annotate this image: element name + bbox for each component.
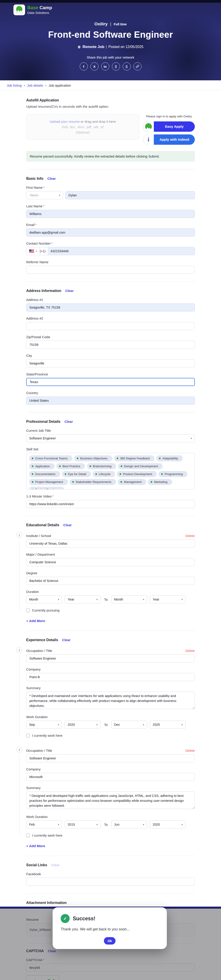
professional-clear-link[interactable]: Clear <box>65 420 73 423</box>
referrer-name-input[interactable] <box>26 266 195 274</box>
edu-from-year-select[interactable]: Year▾ <box>65 595 101 603</box>
exp1-from-year-select[interactable]: 2020▾ <box>65 721 101 729</box>
exp1-to-year-select[interactable]: 2025▾ <box>150 721 186 729</box>
education-add-more[interactable]: + Add More <box>26 619 195 623</box>
copy-link-icon[interactable] <box>133 62 142 70</box>
professional-section: Professional Details Clear Current Job T… <box>26 420 195 508</box>
exp2-to-year-select[interactable]: 2020▾ <box>150 821 186 829</box>
skill-dot-icon <box>121 465 122 467</box>
social-links-clear-link: Clear <box>51 863 60 867</box>
degree-input[interactable] <box>26 577 195 585</box>
address1-input[interactable] <box>26 304 195 312</box>
edu-from-month-select[interactable]: Month▾ <box>26 595 62 603</box>
dial-code: (+1) <box>40 247 48 255</box>
skill-tag: Marketing <box>148 479 172 485</box>
country-code-select[interactable]: ▾ <box>27 247 40 255</box>
exp2-from-month-select[interactable]: Feb▾ <box>26 821 62 829</box>
first-name-input[interactable] <box>65 191 195 199</box>
x-share-icon[interactable]: X <box>90 62 98 70</box>
summary-textarea-1[interactable]: * Developed and maintained user interfac… <box>26 692 195 709</box>
apply-with-indeed-button[interactable]: i Apply with Indeed <box>143 134 195 145</box>
education-clear-link[interactable]: Clear <box>63 523 72 527</box>
experience-heading: Experience Details <box>26 638 58 642</box>
experience-add-more[interactable]: + Add More <box>26 844 195 848</box>
skill-tag: 360 Degree Feedback <box>114 455 155 461</box>
occupation-input-1[interactable] <box>26 654 195 662</box>
summary-textarea-2[interactable]: * Designed and developed high-traffic we… <box>26 792 195 809</box>
easy-apply-button[interactable]: Easy Apply <box>143 121 195 132</box>
address2-label: Address #2 <box>26 317 195 320</box>
caret-down-icon: ▾ <box>58 723 59 726</box>
video-input[interactable] <box>26 500 195 508</box>
whatsapp-glyph: ▯ <box>126 64 128 68</box>
facebook-input[interactable] <box>26 878 195 886</box>
experience-delete-link[interactable]: Delete <box>185 749 195 752</box>
institute-input[interactable] <box>26 539 195 547</box>
education-delete-link[interactable]: Delete <box>185 534 195 538</box>
basic-info-heading: Basic Info <box>26 177 43 181</box>
skill-label: Eye for Detail <box>68 473 86 476</box>
exp1-to-month-select[interactable]: Dec▾ <box>111 721 147 729</box>
caret-down-icon: ▾ <box>143 723 144 726</box>
breadcrumb-job-listing[interactable]: Job listing <box>7 83 22 87</box>
linkedin-share-icon[interactable]: in <box>101 62 109 70</box>
address-section: Address Information Clear Address #1 Add… <box>26 289 195 405</box>
video-label: 1-3 Minute Video* <box>26 495 195 498</box>
work-duration-label: Work Duration <box>26 815 195 819</box>
basic-info-clear-link[interactable]: Clear <box>47 177 56 180</box>
city-input[interactable] <box>26 359 195 368</box>
contact-number-input[interactable]: 4322333448 <box>48 247 194 255</box>
whatsapp-share-icon[interactable]: ▯ <box>123 62 131 70</box>
skill-tag: Business Objectives <box>74 455 112 461</box>
major-input[interactable] <box>26 558 195 566</box>
zip-input[interactable] <box>26 340 195 349</box>
experience-section: Experience Details Clear 1 Occupation / … <box>26 638 195 848</box>
upload-resume-link[interactable]: Upload your resume <box>49 119 80 123</box>
occupation-input-2[interactable] <box>26 754 195 762</box>
currently-pursuing-checkbox[interactable] <box>26 609 30 612</box>
caret-down-icon: ▾ <box>58 823 59 826</box>
facebook-glyph: f <box>83 65 84 68</box>
skill-dot-icon <box>72 481 74 483</box>
skill-tag: Eye for Detail <box>62 471 91 477</box>
job-title-select[interactable]: Software Engineer ▾ <box>26 434 195 442</box>
experience-clear-link[interactable]: Clear <box>62 638 71 642</box>
exp2-to-month-select[interactable]: Jun▾ <box>111 821 147 829</box>
salutation-select[interactable]: -None- ▾ <box>26 191 63 199</box>
breadcrumb-job-details[interactable]: Job details <box>27 83 43 87</box>
currently-work-checkbox-2[interactable] <box>26 834 30 837</box>
email-glyph: ▯ <box>115 64 117 68</box>
address2-input[interactable] <box>26 322 195 330</box>
oxiliry-logo-icon <box>145 123 152 130</box>
ok-button[interactable]: Ok <box>104 937 115 945</box>
apply-indeed-label: Apply with Indeed <box>154 138 195 142</box>
company-input-1[interactable] <box>26 673 195 681</box>
email-share-icon[interactable]: ▯ <box>112 62 120 70</box>
caret-down-icon: ▾ <box>96 723 98 726</box>
logo-text: Base Camp Data Solutions <box>27 5 52 14</box>
company-input-2[interactable] <box>26 773 195 781</box>
social-links-section: Social Links Clear Facebook <box>26 863 195 886</box>
facebook-share-icon[interactable]: f <box>80 62 88 70</box>
resume-dropzone[interactable]: Upload your resume or drag and drop it h… <box>26 114 139 140</box>
skill-dot-icon <box>95 473 97 475</box>
currently-work-checkbox-1[interactable] <box>26 734 30 737</box>
email-input[interactable] <box>26 228 195 237</box>
dimmed-zone: Resume Dylan_Williams CAPTCHA Clear CAPT… <box>0 907 221 980</box>
exp2-from-year-select[interactable]: 2015▾ <box>65 821 101 829</box>
posted-date: Posted on 12/05/2025 <box>108 45 144 49</box>
state-input[interactable] <box>26 378 195 386</box>
edu-to-year-select[interactable]: Year▾ <box>150 595 186 603</box>
country-input[interactable] <box>26 396 195 405</box>
experience-entry-2: 2 Occupation / Title Delete Company Summ… <box>26 744 195 837</box>
experience-delete-link[interactable]: Delete <box>185 649 195 652</box>
company-logo: Base Camp Data Solutions <box>13 5 52 15</box>
city-label: City <box>26 354 195 358</box>
skill-tag: Programming <box>158 471 188 477</box>
major-label: Major / Department <box>26 552 195 556</box>
address-clear-link[interactable]: Clear <box>65 289 74 293</box>
exp1-from-month-select[interactable]: Sep▾ <box>26 721 62 729</box>
edu-to-month-select[interactable]: Month▾ <box>111 595 147 603</box>
last-name-input[interactable] <box>26 210 195 218</box>
skill-label: Management <box>124 480 142 484</box>
